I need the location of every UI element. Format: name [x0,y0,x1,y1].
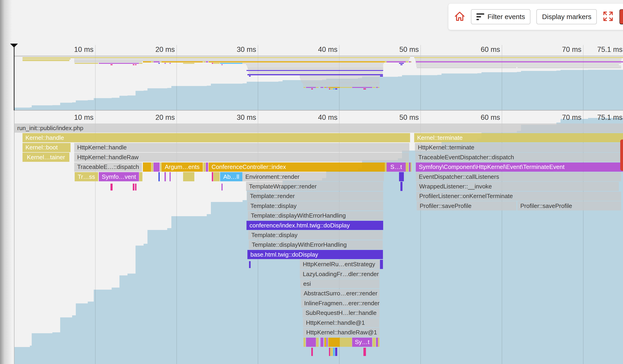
minimap-selection-line[interactable] [14,47,15,110]
minimap-span [143,61,151,62]
timeline-span[interactable]: TraceableEventDispatcher::dispatch [415,153,621,162]
timeline-span[interactable]: TraceableE…::dispatch [74,162,142,172]
offscreen-event-marker[interactable] [620,140,623,171]
timeline-span[interactable] [158,172,160,181]
timeline-span[interactable]: HttpKernel::handleRaw@1 [303,328,379,337]
timeline-span[interactable]: AbstractSurro…erer::render [301,289,379,298]
minimap-span [183,63,194,64]
timeline-span[interactable]: Symfo…vent [99,172,139,181]
timeline-span[interactable]: Kernel::handle [22,133,410,142]
home-icon[interactable] [454,11,465,22]
ruler-tick-label: 40 ms [290,45,337,54]
timeline-span[interactable] [373,338,376,347]
timeline-span[interactable] [380,260,383,269]
timeline-span[interactable] [363,348,366,356]
timeline-span[interactable]: EventDispatcher::callListeners [416,172,621,181]
timeline-span[interactable] [326,338,328,347]
timeline-span[interactable]: base.html.twig::doDisplay [247,250,383,259]
timeline-span[interactable]: run_init::public/index.php [14,123,623,133]
timeline-span[interactable]: Template::render [247,192,383,201]
timeline-span[interactable] [206,162,208,172]
timeline-span[interactable] [154,162,160,172]
timeline-span[interactable] [320,338,323,347]
timeline-span[interactable]: LazyLoadingFr…dler::render [300,269,379,279]
timeline-span[interactable] [143,162,151,172]
timeline-span[interactable]: HttpKernel::handle [74,143,409,152]
timeline-span[interactable]: SubRequestH…ler::handle [303,308,379,318]
timeline-span[interactable] [376,338,378,347]
timeline-span[interactable] [164,172,166,181]
profiler-timeline-page: { "toolbar": { "home_icon": "home-icon",… [0,0,623,364]
timeline-span[interactable]: S…t [387,162,406,172]
timeline-span[interactable] [133,184,134,190]
feedback-button[interactable]: Feedback [619,9,623,24]
minimap-span [247,66,383,67]
timeline-span[interactable]: Ab…ll [220,172,242,181]
timeline-span[interactable] [409,162,410,172]
timeline-span[interactable]: WrappedListener::__invoke [416,182,619,191]
timeline-span[interactable]: Profiler::saveProfile [417,201,516,210]
timeline-span[interactable] [135,184,136,190]
timeline-span[interactable]: Kernel::terminate [414,133,623,142]
minimap-span [303,83,379,84]
timeline-span[interactable] [311,348,313,356]
timeline-span[interactable]: Template::displayWithErrorHandling [248,211,383,220]
timeline-span[interactable] [340,338,352,347]
minimap-span [247,67,383,68]
timeline-span[interactable]: Template::display [248,230,383,240]
timeline-span[interactable]: Template::display [247,201,383,210]
timeline-span[interactable]: Argum…ents [161,162,203,172]
timeline-span[interactable] [400,182,402,191]
timeline-span[interactable]: Symfony\Component\HttpKernel\Event\Termi… [416,162,623,172]
timeline-span[interactable] [303,338,306,347]
timeline-span[interactable]: Tr…ss [75,172,98,181]
timeline-span[interactable]: ProfilerListener::onKernelTerminate [416,192,621,201]
timeline-span[interactable] [333,348,335,356]
timeline-span[interactable] [170,172,171,181]
timeline-span[interactable] [151,162,153,172]
minimap-span [246,64,383,65]
timeline-span[interactable] [160,162,161,172]
timeline-span[interactable]: InlineFragmen…erer::render [301,299,379,308]
timeline-span[interactable]: Kernel…tainer [22,153,69,162]
timeline-span[interactable] [330,348,333,356]
timeline-span[interactable]: Kernel::boot [22,143,70,152]
timeline-span[interactable]: Profiler::saveProfile [517,201,621,210]
timeline-span[interactable] [378,338,379,347]
timeline-span[interactable]: TemplateWrapper::render [246,182,383,191]
timeline-span[interactable]: HttpKernel::handle@1 [303,318,379,327]
minimap-span [300,76,380,77]
timeline-span[interactable] [316,338,319,347]
timeline-span[interactable]: HttpKernelRu…entStrategy [300,260,380,269]
timeline-span[interactable] [410,162,411,172]
timeline-span[interactable]: esi [300,279,379,288]
timeline-span[interactable] [399,172,404,181]
timeline-span[interactable] [139,172,142,181]
timeline-span[interactable]: conference/index.html.twig::doDisplay [246,221,383,230]
timeline-span[interactable]: ConferenceController::index [209,162,385,172]
timeline-span[interactable]: Sy…t [352,338,372,347]
timeline-span[interactable] [222,184,222,190]
timeline-span[interactable] [306,338,316,347]
timeline-span[interactable] [385,162,387,172]
filter-events-button[interactable]: Filter events [471,9,531,24]
timeline-span[interactable] [212,172,213,181]
timeline-span[interactable] [111,184,112,190]
minimap-span [378,87,379,88]
fullscreen-icon[interactable] [603,11,613,22]
timeline-span[interactable] [213,172,220,181]
timeline-span[interactable] [324,338,326,347]
timeline-span[interactable] [203,162,206,172]
timeline-span[interactable] [249,261,251,268]
display-markers-button[interactable]: Display markers [536,9,597,24]
minimap-span [316,87,319,88]
timeline-span[interactable]: HttpKernel::terminate [415,143,622,152]
timeline-span[interactable]: Environment::render [242,172,384,181]
timeline-span[interactable] [183,172,194,181]
timeline-span[interactable] [406,162,408,172]
timeline-span[interactable] [328,338,340,347]
timeline-span[interactable] [335,348,337,356]
timeline-span-label: WrappedListener::__invoke [416,183,495,190]
timeline-span[interactable]: HttpKernel::handleRaw [74,153,409,162]
timeline-span[interactable]: Template::displayWithErrorHandling [249,240,383,249]
